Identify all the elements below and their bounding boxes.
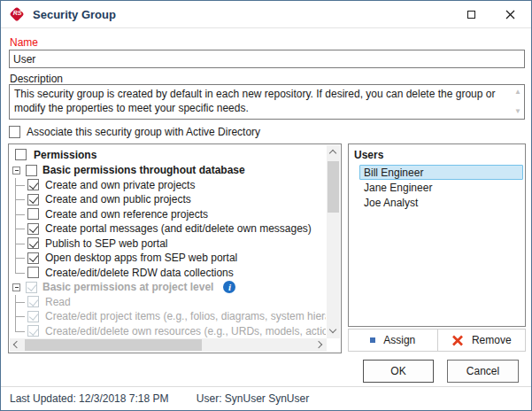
permission-item-checkbox bbox=[27, 296, 39, 307]
permission-group-label: Basic permissions throughout database bbox=[42, 164, 245, 176]
horizontal-scrollbar[interactable] bbox=[10, 338, 327, 352]
permission-item-label: Create portal messages (and edit/delete … bbox=[45, 222, 312, 235]
permission-item-checkbox[interactable] bbox=[27, 194, 39, 206]
user-list-item[interactable]: Joe Analyst bbox=[359, 195, 523, 210]
users-header: Users bbox=[349, 144, 525, 165]
permission-item-row[interactable]: Create portal messages (and edit/delete … bbox=[10, 221, 326, 237]
active-directory-row[interactable]: Associate this security group with Activ… bbox=[9, 126, 260, 138]
remove-label: Remove bbox=[472, 334, 512, 346]
tree-connector bbox=[10, 295, 27, 310]
tree-connector bbox=[10, 324, 27, 338]
name-input[interactable] bbox=[9, 50, 525, 68]
permission-item-label: Create and own public projects bbox=[45, 193, 191, 206]
active-directory-label: Associate this security group with Activ… bbox=[27, 126, 260, 138]
horizontal-scrollbar-thumb[interactable] bbox=[25, 339, 202, 351]
collapse-icon[interactable] bbox=[12, 283, 20, 291]
scroll-down-icon: ▼ bbox=[514, 108, 521, 115]
status-separator bbox=[1, 386, 531, 387]
permission-item-label: Create/edit/delete own resources (e.g., … bbox=[45, 325, 326, 337]
maximize-button[interactable] bbox=[451, 1, 490, 28]
permission-item-label: Create/edit/delete RDW data collections bbox=[45, 267, 234, 279]
permission-item-row[interactable]: Create/edit project items (e.g., folios,… bbox=[10, 309, 326, 324]
tree-connector bbox=[10, 251, 27, 266]
description-textarea[interactable]: This security group is created by defaul… bbox=[9, 84, 525, 120]
tree-connector bbox=[10, 221, 27, 237]
permissions-panel: PermissionsBasic permissions throughout … bbox=[8, 143, 342, 353]
permission-item-row[interactable]: Create/edit/delete own resources (e.g., … bbox=[10, 324, 326, 338]
permission-item-checkbox bbox=[27, 311, 39, 322]
scroll-right-icon[interactable] bbox=[316, 342, 322, 348]
permission-item-row[interactable]: Create and own public projects bbox=[10, 192, 326, 207]
permission-item-checkbox[interactable] bbox=[27, 252, 39, 264]
collapse-icon[interactable] bbox=[12, 167, 20, 174]
description-text: This security group is created by defaul… bbox=[14, 88, 495, 114]
assign-button[interactable]: Assign bbox=[349, 330, 437, 351]
permission-item-label: Create/edit project items (e.g., folios,… bbox=[45, 310, 326, 322]
description-label: Description bbox=[10, 73, 63, 85]
permission-item-label: Publish to SEP web portal bbox=[45, 237, 168, 250]
maximize-icon bbox=[467, 11, 475, 19]
permission-group-label: Basic permissions at project level bbox=[42, 281, 213, 293]
permission-item-row[interactable]: Publish to SEP web portal bbox=[10, 237, 326, 252]
assign-remove-toolbar: Assign Remove bbox=[348, 329, 526, 352]
permission-item-label: Open desktop apps from SEP web portal bbox=[45, 252, 237, 264]
permission-item-row[interactable]: Read bbox=[10, 295, 326, 310]
permissions-header-label: Permissions bbox=[34, 149, 96, 161]
remove-button[interactable]: Remove bbox=[437, 330, 526, 351]
name-label: Name bbox=[10, 36, 38, 49]
titlebar: RS Security Group bbox=[1, 1, 531, 28]
permission-group-row[interactable]: Basic permissions throughout database bbox=[10, 163, 326, 178]
user-list-item[interactable]: Bill Engineer bbox=[359, 165, 523, 180]
permission-group-row[interactable]: Basic permissions at project leveli bbox=[10, 280, 326, 295]
permission-item-checkbox[interactable] bbox=[27, 237, 39, 249]
window-title: Security Group bbox=[33, 8, 116, 21]
user-list: Bill EngineerJane EngineerJoe Analyst bbox=[349, 165, 525, 210]
permission-group-checkbox bbox=[26, 282, 37, 293]
last-updated-text: Last Updated: 12/3/2018 7:18 PM bbox=[10, 392, 168, 405]
tree-connector bbox=[10, 309, 27, 324]
ok-button[interactable]: OK bbox=[363, 360, 434, 383]
status-bar: Last Updated: 12/3/2018 7:18 PM User: Sy… bbox=[10, 392, 309, 405]
tree-connector bbox=[10, 237, 27, 252]
permission-item-checkbox[interactable] bbox=[27, 267, 39, 278]
vertical-scrollbar-thumb[interactable] bbox=[328, 161, 339, 213]
permissions-header-checkbox[interactable] bbox=[15, 149, 27, 160]
permission-item-checkbox[interactable] bbox=[27, 179, 39, 190]
permission-group-checkbox[interactable] bbox=[26, 165, 37, 176]
permission-item-row[interactable]: Create and own reference projects bbox=[10, 207, 326, 222]
scroll-up-icon: ▲ bbox=[514, 89, 521, 96]
permission-item-label: Create and own private projects bbox=[45, 179, 195, 191]
tree-connector bbox=[10, 207, 27, 222]
scroll-left-icon[interactable] bbox=[14, 342, 20, 348]
assign-icon bbox=[370, 337, 375, 343]
info-icon[interactable]: i bbox=[223, 281, 235, 293]
close-button[interactable] bbox=[490, 1, 529, 28]
permission-item-row[interactable]: Create/edit/delete RDW data collections bbox=[10, 266, 326, 281]
tree-connector bbox=[10, 178, 27, 193]
permission-item-checkbox bbox=[27, 325, 39, 337]
user-list-item[interactable]: Jane Engineer bbox=[359, 180, 523, 195]
users-panel: Users Bill EngineerJane EngineerJoe Anal… bbox=[348, 143, 526, 327]
permissions-tree: PermissionsBasic permissions throughout … bbox=[10, 146, 326, 337]
security-group-dialog: RS Security Group Name Description This … bbox=[0, 0, 532, 411]
vertical-scrollbar[interactable] bbox=[327, 145, 340, 338]
permission-item-label: Create and own reference projects bbox=[45, 208, 208, 221]
close-icon bbox=[505, 10, 515, 19]
tree-connector bbox=[10, 192, 27, 207]
cancel-button[interactable]: Cancel bbox=[447, 360, 519, 383]
permission-item-checkbox[interactable] bbox=[27, 208, 39, 220]
tree-connector bbox=[10, 266, 27, 281]
logo-letters: RS bbox=[10, 10, 25, 16]
app-logo-icon: RS bbox=[10, 7, 25, 22]
current-user-text: User: SynUser SynUser bbox=[197, 392, 309, 405]
remove-icon bbox=[451, 335, 464, 346]
permission-item-row[interactable]: Create and own private projects bbox=[10, 178, 326, 193]
scroll-up-icon[interactable] bbox=[330, 151, 336, 157]
permission-item-row[interactable]: Open desktop apps from SEP web portal bbox=[10, 251, 326, 266]
permission-item-label: Read bbox=[45, 296, 71, 308]
assign-label: Assign bbox=[383, 334, 415, 346]
permission-item-checkbox[interactable] bbox=[27, 223, 39, 235]
active-directory-checkbox[interactable] bbox=[9, 126, 20, 138]
permissions-header-row[interactable]: Permissions bbox=[10, 146, 326, 163]
scroll-down-icon[interactable] bbox=[330, 327, 336, 333]
